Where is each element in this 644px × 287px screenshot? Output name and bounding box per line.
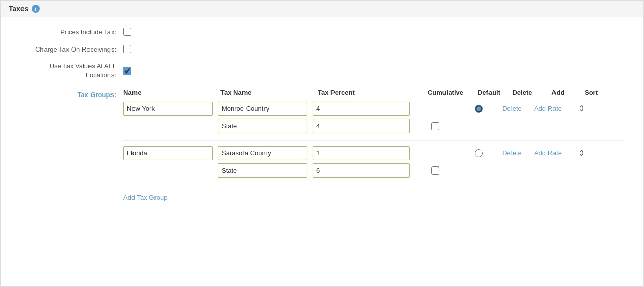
- charge-tax-label: Charge Tax On Receivings:: [21, 45, 123, 53]
- tax-groups-section: Tax Groups: Name Tax Name Tax Percent Cu…: [21, 89, 623, 201]
- group1-rate2-cumulative-checkbox[interactable]: [431, 122, 439, 130]
- prices-include-tax-label: Prices Include Tax:: [21, 28, 123, 36]
- col-header-delete: Delete: [507, 89, 538, 97]
- group1-sort-col: ⇕: [568, 104, 594, 113]
- group1-delete-col: Delete: [497, 105, 527, 112]
- col-header-tax-name: Tax Name: [220, 89, 313, 97]
- group1-rate1-percent-input[interactable]: [313, 102, 410, 116]
- tax-groups-row: Tax Groups: Name Tax Name Tax Percent Cu…: [21, 89, 623, 201]
- tax-group-block-1: Delete Add Rate ⇕: [123, 102, 623, 141]
- group2-add-rate-button[interactable]: Add Rate: [534, 149, 562, 157]
- use-tax-values-checkbox[interactable]: [123, 67, 131, 75]
- tax-group-row-1-rate-2: [123, 119, 623, 133]
- prices-include-tax-checkbox[interactable]: [123, 28, 131, 36]
- group1-add-rate-col: Add Rate: [527, 105, 568, 112]
- content-area: Prices Include Tax: Charge Tax On Receiv…: [1, 17, 643, 211]
- group1-default-radio[interactable]: [475, 105, 483, 113]
- col-header-sort: Sort: [579, 89, 604, 97]
- group1-sort-icon[interactable]: ⇕: [578, 104, 585, 113]
- group2-rate1-name-input[interactable]: [218, 146, 307, 160]
- group2-rate2-cumulative-checkbox[interactable]: [431, 166, 439, 175]
- group2-rate2-percent-input[interactable]: [313, 163, 410, 178]
- group1-rate2-cumulative: [410, 122, 461, 130]
- use-tax-values-label: Use Tax Values At ALL Locations:: [21, 62, 123, 80]
- group2-sort-icon[interactable]: ⇕: [578, 148, 585, 158]
- group2-delete-button[interactable]: Delete: [502, 149, 522, 157]
- group1-rate2-percent-input[interactable]: [313, 119, 410, 133]
- tax-group-row-2-rate-2: [123, 163, 623, 178]
- group2-rate2-cumulative: [410, 166, 461, 175]
- charge-tax-row: Charge Tax On Receivings:: [21, 45, 623, 53]
- group2-default-radio-col: [461, 149, 497, 157]
- group1-delete-button[interactable]: Delete: [502, 105, 522, 112]
- tax-groups-label: Tax Groups:: [21, 89, 123, 99]
- col-header-cumulative: Cumulative: [420, 89, 471, 97]
- group2-sort-col: ⇕: [568, 148, 594, 158]
- group2-rate2-name-input[interactable]: [218, 163, 307, 178]
- group1-rate1-name-input[interactable]: [218, 102, 307, 116]
- group1-rate2-name-input[interactable]: [218, 119, 307, 133]
- group2-default-radio[interactable]: [475, 149, 483, 157]
- add-tax-group-button[interactable]: Add Tax Group: [123, 194, 167, 201]
- group2-add-rate-col: Add Rate: [527, 149, 568, 157]
- page-header: Taxes i: [1, 1, 643, 17]
- group1-name-input[interactable]: [123, 102, 213, 116]
- page-title: Taxes: [9, 5, 29, 13]
- group2-rate1-percent-input[interactable]: [313, 146, 410, 160]
- prices-include-tax-row: Prices Include Tax:: [21, 28, 623, 36]
- group2-delete-col: Delete: [497, 149, 527, 157]
- group2-name-input[interactable]: [123, 146, 213, 160]
- col-header-default: Default: [471, 89, 507, 97]
- page-container: Taxes i Prices Include Tax: Charge Tax O…: [0, 0, 644, 287]
- col-header-tax-percent: Tax Percent: [318, 89, 420, 97]
- column-headers: Name Tax Name Tax Percent Cumulative Def…: [123, 89, 623, 97]
- tax-groups-content: Name Tax Name Tax Percent Cumulative Def…: [123, 89, 623, 201]
- group1-default-radio-col: [461, 105, 497, 113]
- group1-add-rate-button[interactable]: Add Rate: [534, 105, 562, 112]
- charge-tax-checkbox[interactable]: [123, 45, 131, 53]
- col-header-name: Name: [123, 89, 215, 97]
- use-tax-values-row: Use Tax Values At ALL Locations:: [21, 62, 623, 80]
- tax-group-block-2: Delete Add Rate ⇕: [123, 146, 623, 185]
- tax-group-row-1-rate-1: Delete Add Rate ⇕: [123, 102, 623, 116]
- info-icon[interactable]: i: [32, 5, 40, 13]
- add-tax-group-row: Add Tax Group: [123, 194, 623, 201]
- col-header-add: Add: [538, 89, 579, 97]
- tax-group-row-2-rate-1: Delete Add Rate ⇕: [123, 146, 623, 160]
